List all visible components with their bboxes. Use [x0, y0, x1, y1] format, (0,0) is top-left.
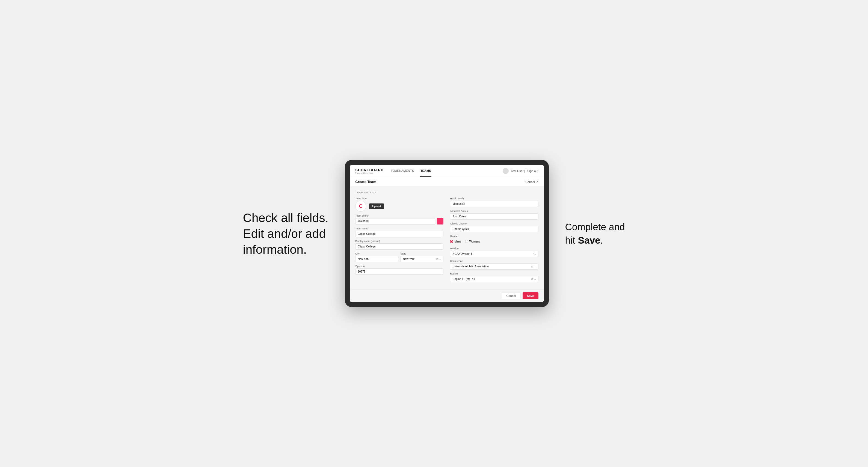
team-logo-label: Team logo: [355, 197, 443, 200]
form-footer: Cancel Save: [350, 289, 544, 302]
nav-logo: SCOREBOARD Powered by clippd: [355, 168, 383, 174]
mens-radio-dot: [450, 240, 453, 243]
city-state-row: City State New York: [355, 252, 443, 262]
annotation-left: Check all fields. Edit and/or add inform…: [243, 210, 329, 257]
nav-link-teams[interactable]: TEAMS: [420, 165, 432, 177]
team-colour-label: Team colour: [355, 214, 443, 217]
annotation-line3: information.: [243, 243, 307, 256]
gender-radio-group: Mens Womens: [450, 239, 538, 244]
nav-link-tournaments[interactable]: TOURNAMENTS: [390, 165, 414, 177]
top-cancel-button[interactable]: Cancel ✕: [525, 180, 538, 184]
assistant-coach-input[interactable]: [450, 213, 538, 220]
region-select-wrapper: Region II - (M) DIII ✕ ⌃⌄: [450, 276, 538, 282]
cancel-button[interactable]: Cancel: [502, 292, 520, 299]
nav-user: Test User | Sign out: [503, 168, 538, 174]
city-input[interactable]: [355, 256, 398, 262]
zip-label: Zip code: [355, 265, 443, 268]
conference-clear-icon[interactable]: ✕: [531, 265, 533, 268]
section-label: TEAM DETAILS: [355, 191, 538, 194]
athletic-director-group: Athletic Director: [450, 222, 538, 232]
navbar: SCOREBOARD Powered by clippd TOURNAMENTS…: [350, 165, 544, 177]
division-select-wrapper: NCAA Division III ⌃⌄: [450, 251, 538, 257]
division-group: Division NCAA Division III ⌃⌄: [450, 247, 538, 257]
save-button[interactable]: Save: [523, 292, 538, 299]
display-name-input[interactable]: [355, 243, 443, 250]
head-coach-input[interactable]: [450, 201, 538, 207]
state-group: State New York ✕ ⌃⌄: [401, 252, 444, 262]
display-name-group: Display name (unique): [355, 240, 443, 250]
assistant-coach-group: Assistant Coach: [450, 210, 538, 220]
form-right-column: Head Coach Assistant Coach Athletic Dire…: [450, 197, 538, 285]
form-area: TEAM DETAILS Team logo C Upload: [350, 187, 544, 289]
team-name-group: Team name: [355, 227, 443, 237]
head-coach-label: Head Coach: [450, 197, 538, 200]
mens-label: Mens: [454, 240, 461, 243]
team-logo-group: Team logo C Upload: [355, 197, 443, 212]
annotation-right-bold: Save: [578, 235, 600, 246]
annotation-right-end: .: [600, 235, 603, 246]
annotation-line1: Check all fields.: [243, 211, 329, 224]
close-icon: ✕: [536, 180, 538, 184]
create-team-bar: Create Team Cancel ✕: [350, 177, 544, 187]
region-select[interactable]: Region II - (M) DIII: [450, 276, 538, 282]
tablet-screen: SCOREBOARD Powered by clippd TOURNAMENTS…: [350, 165, 544, 302]
user-avatar: [503, 168, 509, 174]
region-clear-icon[interactable]: ✕: [531, 277, 533, 280]
annotation-right: Complete and hit Save.: [565, 220, 625, 247]
gender-group: Gender Mens Womens: [450, 235, 538, 244]
annotation-right-line1: Complete and: [565, 221, 625, 232]
color-input-group: [355, 218, 443, 224]
head-coach-group: Head Coach: [450, 197, 538, 207]
page-content: Create Team Cancel ✕ TEAM DETAILS: [350, 177, 544, 302]
state-clear-icon[interactable]: ✕: [436, 257, 438, 260]
signout-link[interactable]: Sign out: [527, 169, 538, 173]
division-label: Division: [450, 247, 538, 250]
gender-mens-option[interactable]: Mens: [450, 240, 461, 243]
annotation-line2: Edit and/or add: [243, 227, 326, 240]
city-label: City: [355, 252, 398, 255]
nav-logo-title: SCOREBOARD: [355, 168, 383, 172]
logo-area: C Upload: [355, 201, 443, 212]
nav-links: TOURNAMENTS TEAMS: [390, 165, 503, 177]
city-state-group: City State New York: [355, 252, 443, 262]
team-colour-group: Team colour: [355, 214, 443, 224]
team-colour-input[interactable]: [355, 218, 435, 224]
region-group: Region Region II - (M) DIII ✕ ⌃⌄: [450, 272, 538, 282]
conference-group: Conference University Athletic Associati…: [450, 260, 538, 270]
conference-select-wrapper: University Athletic Association ✕ ⌃⌄: [450, 263, 538, 270]
annotation-right-line2: hit: [565, 235, 578, 246]
upload-button[interactable]: Upload: [369, 204, 384, 209]
city-group: City: [355, 252, 398, 262]
athletic-director-input[interactable]: [450, 226, 538, 232]
color-swatch: [437, 218, 443, 224]
user-name: Test User |: [511, 169, 525, 173]
display-name-label: Display name (unique): [355, 240, 443, 243]
athletic-director-label: Athletic Director: [450, 222, 538, 225]
womens-label: Womens: [469, 240, 480, 243]
conference-select[interactable]: University Athletic Association: [450, 263, 538, 270]
team-name-label: Team name: [355, 227, 443, 230]
nav-logo-sub: Powered by clippd: [355, 172, 383, 174]
form-left-column: Team logo C Upload Team colour: [355, 197, 443, 285]
team-name-input[interactable]: [355, 231, 443, 237]
assistant-coach-label: Assistant Coach: [450, 210, 538, 213]
page-title: Create Team: [355, 180, 376, 184]
zip-input[interactable]: [355, 269, 443, 275]
state-select-wrapper: New York ✕ ⌃⌄: [401, 256, 444, 262]
womens-radio-dot: [465, 240, 468, 243]
logo-circle: C: [355, 201, 366, 212]
zip-group: Zip code: [355, 265, 443, 275]
region-label: Region: [450, 272, 538, 275]
state-label: State: [401, 252, 444, 255]
gender-label: Gender: [450, 235, 538, 238]
form-grid: Team logo C Upload Team colour: [355, 197, 538, 285]
tablet: SCOREBOARD Powered by clippd TOURNAMENTS…: [345, 160, 549, 307]
gender-womens-option[interactable]: Womens: [465, 240, 480, 243]
division-select[interactable]: NCAA Division III: [450, 251, 538, 257]
conference-label: Conference: [450, 260, 538, 262]
